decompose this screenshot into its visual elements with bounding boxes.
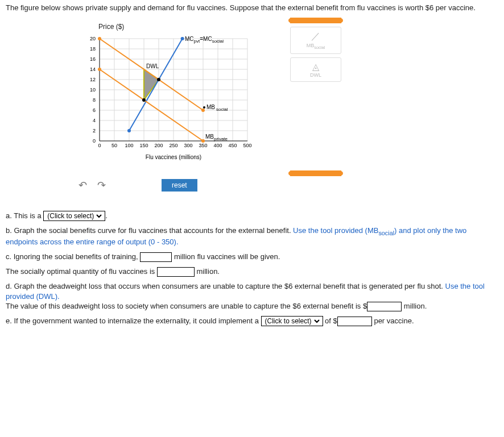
tool-dwl[interactable]: ◬ DWL <box>290 57 341 82</box>
svg-text:100: 100 <box>125 143 133 148</box>
svg-point-50 <box>203 106 205 109</box>
svg-point-44 <box>127 129 131 132</box>
svg-text:18: 18 <box>90 46 96 52</box>
tool-row: ↶ ↷ reset <box>74 177 273 194</box>
chart-svg[interactable]: 0 2 4 6 8 10 12 14 16 18 20 0 50 100 150 <box>77 33 265 164</box>
svg-text:200: 200 <box>154 143 163 148</box>
svg-text:450: 450 <box>228 143 237 148</box>
graph-panel: Price ($) 0 2 4 6 8 10 <box>74 18 273 194</box>
q-a: a. This is a (Click to select). <box>6 211 498 221</box>
dwl-label: DWL <box>146 63 159 69</box>
svg-point-45 <box>181 37 184 40</box>
q-c-input-2[interactable] <box>157 267 195 277</box>
social-eq-point[interactable] <box>157 78 160 81</box>
q-b: b. Graph the social benefits curve for f… <box>6 226 498 247</box>
y-axis-title: Price ($) <box>98 23 270 31</box>
legend-bottom-bar <box>290 170 341 176</box>
svg-text:16: 16 <box>90 56 96 62</box>
svg-text:14: 14 <box>90 66 96 72</box>
undo-icon[interactable]: ↶ <box>79 179 87 192</box>
svg-text:0: 0 <box>93 138 96 144</box>
chart-box[interactable]: Price ($) 0 2 4 6 8 10 <box>74 18 273 167</box>
svg-text:50: 50 <box>111 143 117 148</box>
intro-text: The figure below shows private supply an… <box>6 3 498 12</box>
svg-text:8: 8 <box>93 97 96 103</box>
svg-text:150: 150 <box>139 143 148 148</box>
svg-point-48 <box>98 37 101 40</box>
graph-zone: Price ($) 0 2 4 6 8 10 <box>74 18 498 194</box>
svg-text:4: 4 <box>93 118 96 123</box>
svg-point-49 <box>201 109 205 112</box>
svg-text:0: 0 <box>98 143 101 148</box>
svg-text:6: 6 <box>93 107 96 113</box>
svg-text:20: 20 <box>90 36 96 41</box>
redo-icon[interactable]: ↷ <box>97 179 106 192</box>
mb-social-label: MBsocial <box>206 104 228 112</box>
triangle-tool-icon: ◬ <box>294 61 337 72</box>
private-eq-point[interactable] <box>142 98 146 102</box>
q-e-input[interactable] <box>337 317 372 326</box>
reset-button[interactable]: reset <box>162 179 197 192</box>
mb-private-label: MBprivate <box>205 134 228 141</box>
line-tool-icon: ／ <box>294 31 337 43</box>
mc-label: MCpvt=MCsocial <box>185 36 224 44</box>
svg-point-47 <box>201 139 205 143</box>
tool-legend: ／ MBsocial ◬ DWL <box>290 18 341 194</box>
svg-text:2: 2 <box>93 128 96 134</box>
q-c-input-1[interactable] <box>140 252 172 262</box>
q-e: e. If the government wanted to internali… <box>6 316 498 326</box>
q-c1: c. Ignoring the social benefits of train… <box>6 252 498 262</box>
svg-text:400: 400 <box>213 143 222 148</box>
legend-top-bar <box>290 18 341 23</box>
svg-text:250: 250 <box>169 143 177 148</box>
mb-social-line[interactable] <box>100 39 203 110</box>
tool-mb-social[interactable]: ／ MBsocial <box>290 27 341 54</box>
x-axis-title: Flu vaccines (millions) <box>146 154 201 160</box>
svg-text:350: 350 <box>199 143 207 148</box>
q-d: d. Graph the deadweight loss that occurs… <box>6 281 498 311</box>
q-a-select[interactable]: (Click to select) <box>43 211 105 221</box>
q-c2: The socially optimal quantity of flu vac… <box>6 267 498 277</box>
q-d-input[interactable] <box>367 302 402 311</box>
questions: a. This is a (Click to select). b. Graph… <box>6 211 498 326</box>
q-e-select[interactable]: (Click to select) <box>261 316 323 326</box>
svg-text:500: 500 <box>243 143 251 148</box>
svg-text:12: 12 <box>90 77 96 82</box>
mc-line[interactable] <box>129 39 183 131</box>
svg-text:300: 300 <box>184 143 192 148</box>
svg-point-46 <box>98 68 101 71</box>
svg-text:10: 10 <box>90 87 96 93</box>
